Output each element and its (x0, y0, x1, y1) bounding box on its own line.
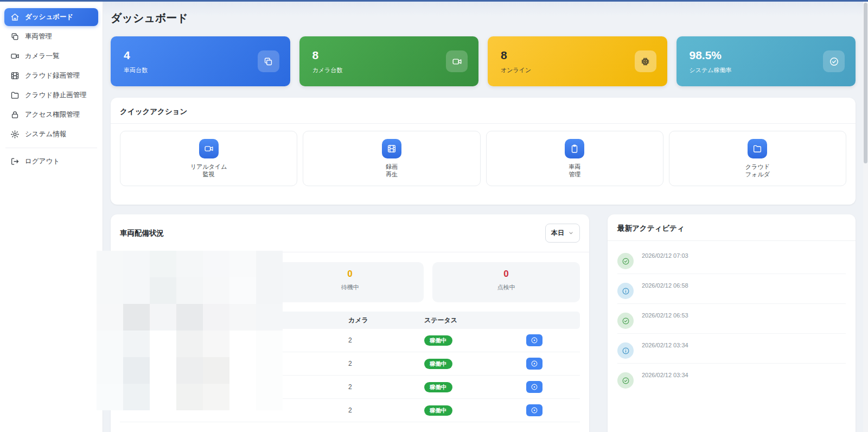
info-icon (617, 283, 634, 299)
logout-icon (10, 157, 20, 166)
activity-list: 2026/02/12 07:03 2026/02/12 06:58 2026/0… (608, 241, 856, 393)
table-cell-camera: 2 (337, 383, 413, 391)
quick-action-recording-playback[interactable]: 録画 再生 (303, 131, 480, 186)
redaction-block (176, 277, 203, 304)
quick-action-label-line2: 管理 (569, 170, 580, 178)
status-badge: 稼働中 (424, 359, 452, 369)
activity-timestamp: 2026/02/12 06:58 (642, 282, 688, 289)
activity-timestamp: 2026/02/12 07:03 (642, 252, 688, 259)
deployment-stat-label: 点検中 (432, 283, 580, 291)
sidebar-item-logout[interactable]: ログアウト (4, 153, 98, 170)
redaction-block (150, 331, 176, 357)
quick-action-label-line1: リアルタイム (190, 163, 227, 170)
table-cell-camera: 2 (337, 336, 413, 344)
top-accent-bar (0, 0, 868, 2)
check-circle-icon (617, 253, 634, 269)
redaction-block (176, 331, 203, 357)
deployment-stat-value: 0 (276, 269, 424, 279)
redaction-block (203, 357, 229, 384)
sidebar-item-cloud-stills[interactable]: クラウド静止画管理 (4, 86, 98, 104)
activity-item: 2026/02/12 03:34 (617, 334, 846, 364)
redaction-block (256, 331, 283, 357)
chip-icon (635, 50, 656, 72)
redaction-block (123, 277, 150, 304)
sidebar-item-label: ログアウト (25, 157, 60, 166)
folder-icon (10, 91, 20, 100)
page-title: ダッシュボード (111, 11, 188, 26)
view-stream-button[interactable] (526, 358, 542, 370)
quick-action-label-line2: 監視 (190, 170, 227, 178)
redaction-block (229, 277, 256, 304)
stat-value: 98.5% (690, 36, 843, 61)
view-stream-button[interactable] (526, 404, 542, 416)
redaction-block (256, 384, 283, 410)
activity-timestamp: 2026/02/12 03:34 (642, 342, 688, 348)
sidebar-item-label: ダッシュボード (25, 12, 73, 22)
redaction-block (123, 384, 150, 410)
quick-action-label-line2: 再生 (386, 170, 398, 178)
redaction-block (123, 304, 150, 331)
redaction-block (229, 304, 256, 331)
activity-panel: 最新アクティビティ 2026/02/12 07:03 2026/02/12 06… (608, 214, 856, 432)
sidebar-item-dashboard[interactable]: ダッシュボード (4, 8, 98, 26)
vehicle-deployment-title: 車両配備状況 (120, 228, 164, 238)
quick-action-label-line2: フォルダ (745, 170, 770, 178)
redaction-block (256, 304, 283, 331)
redaction-block (97, 357, 123, 384)
sidebar-item-label: カメラ一覧 (25, 52, 59, 61)
activity-item: 2026/02/12 06:58 (617, 274, 846, 304)
redaction-block (123, 331, 150, 357)
sidebar-item-vehicles[interactable]: 車両管理 (4, 28, 98, 46)
table-header-camera: カメラ (337, 316, 413, 325)
check-circle-icon (823, 50, 845, 72)
video-camera-icon (199, 139, 219, 158)
sidebar-item-label: システム情報 (25, 130, 66, 139)
quick-actions-title: クイックアクション (120, 107, 187, 116)
stat-label: オンライン (501, 66, 654, 74)
view-stream-button[interactable] (526, 334, 542, 346)
redaction-block (256, 277, 283, 304)
sidebar-item-label: アクセス権限管理 (25, 110, 80, 119)
activity-item: 2026/02/12 07:03 (617, 244, 846, 274)
status-badge: 稼働中 (424, 382, 452, 392)
check-circle-icon (617, 313, 634, 329)
sidebar-item-cloud-recordings[interactable]: クラウド録画管理 (4, 67, 98, 85)
stat-card-online-count: 8 オンライン (488, 36, 667, 86)
chevron-down-icon (568, 230, 574, 236)
quick-action-cloud-folder[interactable]: クラウド フォルダ (669, 131, 846, 186)
header-gradient (103, 2, 868, 16)
redaction-block (97, 304, 123, 331)
period-select[interactable]: 本日 (545, 224, 580, 243)
info-icon (617, 342, 634, 359)
quick-action-realtime-monitor[interactable]: リアルタイム 監視 (120, 131, 297, 186)
redaction-block (97, 277, 123, 304)
redaction-mosaic (97, 251, 283, 410)
play-circle-icon (531, 383, 538, 391)
sidebar-item-system-info[interactable]: システム情報 (4, 125, 98, 143)
redaction-block (256, 251, 283, 277)
deployment-stat-value: 0 (432, 269, 580, 279)
status-badge: 稼働中 (424, 335, 452, 346)
redaction-block (229, 384, 256, 410)
film-icon (382, 139, 401, 158)
play-circle-icon (531, 336, 538, 344)
stat-value: 4 (124, 36, 277, 61)
scrollbar-thumb[interactable] (864, 3, 867, 163)
folder-icon (748, 139, 767, 158)
quick-action-vehicle-management[interactable]: 車両 管理 (486, 131, 663, 186)
stat-card-vehicle-count: 4 車両台数 (111, 36, 290, 86)
table-cell-camera: 2 (337, 360, 413, 367)
redaction-block (176, 251, 203, 277)
sidebar-item-camera-list[interactable]: カメラ一覧 (4, 47, 98, 65)
quick-action-label-line1: 車両 (569, 163, 580, 170)
sidebar-item-access-control[interactable]: アクセス権限管理 (4, 106, 98, 124)
redaction-block (203, 304, 229, 331)
quick-action-label-line1: クラウド (745, 163, 770, 170)
sidebar: ダッシュボード 車両管理 カメラ一覧 クラウド録画管理 クラウド静止画管理 アク… (0, 2, 103, 432)
redaction-block (150, 384, 176, 410)
activity-item: 2026/02/12 03:34 (617, 364, 846, 393)
redaction-block (150, 251, 176, 277)
stat-label: カメラ台数 (312, 66, 466, 74)
activity-timestamp: 2026/02/12 03:34 (642, 372, 688, 378)
view-stream-button[interactable] (526, 381, 542, 393)
